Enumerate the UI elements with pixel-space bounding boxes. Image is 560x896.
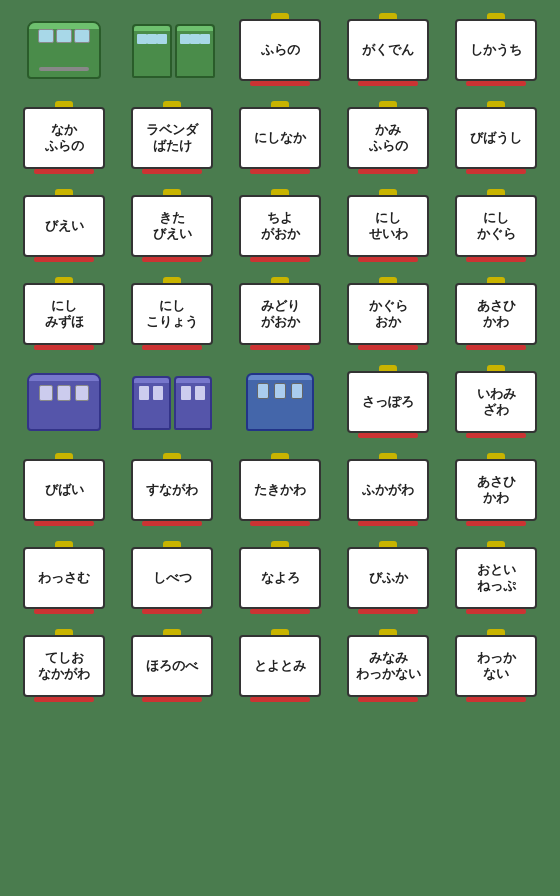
station-sign-text: てしおなかがわ: [38, 650, 90, 681]
station-sign: いわみざわ: [455, 371, 537, 433]
station-sign: すながわ: [131, 459, 213, 521]
sign-cell: びばい: [14, 450, 114, 530]
sign-cell: ふらの: [230, 10, 330, 90]
sign-cell: かみふらの: [338, 98, 438, 178]
station-sign-text: おといねっぷ: [477, 562, 516, 593]
sign-cell: にしせいわ: [338, 186, 438, 266]
station-sign: あさひかわ: [455, 283, 537, 345]
train-cell: [230, 362, 330, 442]
station-sign: かみふらの: [347, 107, 429, 169]
station-sign: ラベンダばたけ: [131, 107, 213, 169]
station-sign-text: ほろのべ: [146, 658, 198, 674]
station-sign-text: たきかわ: [254, 482, 306, 498]
station-sign: ふかがわ: [347, 459, 429, 521]
sign-cell: なよろ: [230, 538, 330, 618]
station-sign: にしなか: [239, 107, 321, 169]
station-sign: さっぽろ: [347, 371, 429, 433]
station-sign-text: ラベンダばたけ: [146, 122, 198, 153]
station-sign-text: かみふらの: [369, 122, 408, 153]
station-sign: びふか: [347, 547, 429, 609]
purple-train-single: [27, 373, 101, 431]
sign-cell: かぐらおか: [338, 274, 438, 354]
station-sign-text: びばうし: [470, 130, 522, 146]
green-train-single: [27, 21, 101, 79]
station-sign-text: びふか: [369, 570, 408, 586]
station-sign-text: ちよがおか: [261, 210, 300, 241]
station-sign-text: なよろ: [261, 570, 300, 586]
sign-cell: おといねっぷ: [446, 538, 546, 618]
main-grid: ふらのがくでんしかうちなかふらのラベンダばたけにしなかかみふらのびばうしびえいき…: [14, 10, 546, 706]
sign-cell: びばうし: [446, 98, 546, 178]
station-sign: きたびえい: [131, 195, 213, 257]
station-sign: あさひかわ: [455, 459, 537, 521]
station-sign: ほろのべ: [131, 635, 213, 697]
sign-cell: びえい: [14, 186, 114, 266]
sign-cell: にしなか: [230, 98, 330, 178]
sign-cell: きたびえい: [122, 186, 222, 266]
station-sign-text: あさひかわ: [477, 474, 516, 505]
sign-cell: しべつ: [122, 538, 222, 618]
station-sign-text: すながわ: [146, 482, 198, 498]
station-sign: しべつ: [131, 547, 213, 609]
station-sign: たきかわ: [239, 459, 321, 521]
purple-train-double: [132, 374, 212, 430]
sign-cell: ラベンダばたけ: [122, 98, 222, 178]
sign-cell: がくでん: [338, 10, 438, 90]
train-cell: [14, 362, 114, 442]
green-train-double: [132, 22, 212, 78]
station-sign-text: にしなか: [254, 130, 306, 146]
sign-cell: いわみざわ: [446, 362, 546, 442]
station-sign-text: みなみわっかない: [356, 650, 421, 681]
station-sign: びばうし: [455, 107, 537, 169]
station-sign: かぐらおか: [347, 283, 429, 345]
station-sign-text: ふかがわ: [362, 482, 414, 498]
station-sign-text: ふらの: [261, 42, 300, 58]
sign-cell: ふかがわ: [338, 450, 438, 530]
station-sign-text: しかうち: [470, 42, 522, 58]
station-sign: わっさむ: [23, 547, 105, 609]
station-sign-text: にしこりょう: [146, 298, 198, 329]
sign-cell: ちよがおか: [230, 186, 330, 266]
station-sign-text: いわみざわ: [477, 386, 516, 417]
station-sign: にしこりょう: [131, 283, 213, 345]
station-sign: びえい: [23, 195, 105, 257]
station-sign: にしせいわ: [347, 195, 429, 257]
station-sign: おといねっぷ: [455, 547, 537, 609]
sign-cell: びふか: [338, 538, 438, 618]
station-sign: てしおなかがわ: [23, 635, 105, 697]
bluepurple-train: [246, 373, 314, 431]
station-sign: にしかぐら: [455, 195, 537, 257]
station-sign-text: びばい: [45, 482, 84, 498]
sign-cell: みどりがおか: [230, 274, 330, 354]
station-sign: なかふらの: [23, 107, 105, 169]
station-sign: とよとみ: [239, 635, 321, 697]
station-sign: にしみずほ: [23, 283, 105, 345]
sign-cell: にしかぐら: [446, 186, 546, 266]
station-sign-text: なかふらの: [45, 122, 84, 153]
sign-cell: あさひかわ: [446, 274, 546, 354]
station-sign: ふらの: [239, 19, 321, 81]
station-sign: びばい: [23, 459, 105, 521]
station-sign: みどりがおか: [239, 283, 321, 345]
sign-cell: わっさむ: [14, 538, 114, 618]
station-sign-text: にしみずほ: [45, 298, 84, 329]
sign-cell: わっかない: [446, 626, 546, 706]
station-sign: なよろ: [239, 547, 321, 609]
train-cell: [122, 10, 222, 90]
station-sign-text: びえい: [45, 218, 84, 234]
sign-cell: とよとみ: [230, 626, 330, 706]
station-sign-text: わっかない: [477, 650, 516, 681]
station-sign-text: にしせいわ: [369, 210, 408, 241]
station-sign-text: みどりがおか: [261, 298, 300, 329]
sign-cell: すながわ: [122, 450, 222, 530]
sign-cell: ほろのべ: [122, 626, 222, 706]
station-sign: しかうち: [455, 19, 537, 81]
sign-cell: みなみわっかない: [338, 626, 438, 706]
sign-cell: たきかわ: [230, 450, 330, 530]
station-sign-text: とよとみ: [254, 658, 306, 674]
sign-cell: にしこりょう: [122, 274, 222, 354]
station-sign-text: にしかぐら: [477, 210, 516, 241]
train-cell: [122, 362, 222, 442]
station-sign: ちよがおか: [239, 195, 321, 257]
station-sign-text: がくでん: [362, 42, 414, 58]
